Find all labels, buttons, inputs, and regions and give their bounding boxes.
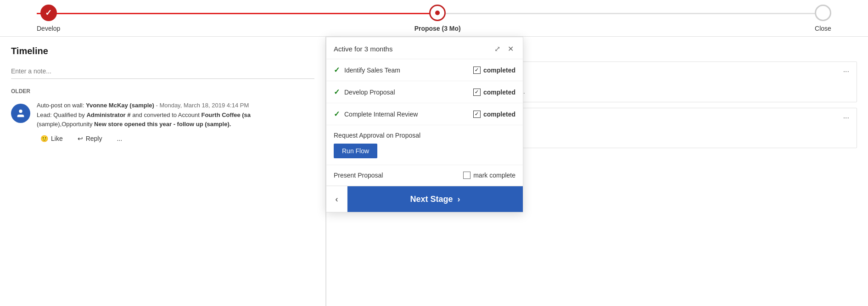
like-icon: 🙂 bbox=[40, 135, 48, 142]
stage-bar: ✓ Develop Propose (3 Mo) Close bbox=[0, 0, 868, 37]
body-mid: and converted to Account bbox=[132, 111, 200, 118]
timeline-body: Auto-post on wall: Yvonne McKay (sample)… bbox=[37, 102, 314, 144]
checklist-left-1: ✓ Develop Proposal bbox=[334, 88, 395, 96]
expand-button[interactable]: ⤢ bbox=[493, 44, 502, 54]
completed-checkbox-2[interactable]: ✓ bbox=[473, 111, 481, 118]
next-stage-label: Next Stage bbox=[410, 195, 453, 204]
popup-footer: ‹ Next Stage › bbox=[326, 186, 523, 212]
mark-complete-checkbox[interactable] bbox=[463, 172, 470, 179]
checklist-right-1: ✓ completed bbox=[473, 89, 515, 96]
next-icon: › bbox=[458, 195, 460, 204]
stage-close-circle bbox=[815, 5, 831, 21]
stage-develop-label: Develop bbox=[37, 25, 60, 32]
left-panel: Timeline OLDER Auto-post on wall: Yvonne… bbox=[0, 37, 326, 306]
stage-develop-circle: ✓ bbox=[40, 5, 57, 21]
expand-icon: ⤢ bbox=[494, 45, 500, 53]
timeline-item: Auto-post on wall: Yvonne McKay (sample)… bbox=[11, 102, 314, 144]
body-bold3: New store opened this year - follow up (… bbox=[94, 121, 231, 128]
popup-title: Active for 3 months bbox=[334, 45, 392, 53]
checklist-label-1: Develop Proposal bbox=[344, 89, 395, 96]
run-flow-title: Request Approval on Proposal bbox=[334, 132, 515, 139]
reply-icon: ↩ bbox=[78, 135, 83, 142]
check-icon-2: ✓ bbox=[334, 110, 340, 118]
completed-checkbox-1[interactable]: ✓ bbox=[473, 89, 481, 96]
main-content: Timeline OLDER Auto-post on wall: Yvonne… bbox=[0, 37, 868, 306]
close-icon: ✕ bbox=[508, 45, 514, 53]
checklist-left-0: ✓ Identify Sales Team bbox=[334, 66, 400, 74]
like-button[interactable]: 🙂 Like bbox=[37, 133, 67, 144]
timeline-actions: 🙂 Like ↩ Reply ... bbox=[37, 133, 314, 144]
completed-label-1: completed bbox=[483, 89, 515, 96]
popup-header: Active for 3 months ⤢ ✕ bbox=[326, 37, 523, 59]
close-button[interactable]: ✕ bbox=[506, 44, 515, 54]
body-bold2: Fourth Coffee (sa bbox=[201, 111, 251, 118]
run-flow-button[interactable]: Run Flow bbox=[334, 144, 377, 158]
completed-label-0: completed bbox=[483, 67, 515, 74]
stage-propose-label: Propose (3 Mo) bbox=[414, 25, 461, 32]
stage-propose[interactable]: Propose (3 Mo) bbox=[414, 5, 461, 32]
timeline-prefix: Auto-post on wall: bbox=[37, 102, 84, 109]
checklist-left-2: ✓ Complete Internal Review bbox=[334, 110, 418, 118]
completed-checkbox-0[interactable]: ✓ bbox=[473, 67, 481, 74]
popup-header-actions: ⤢ ✕ bbox=[493, 44, 515, 54]
more-icon: ... bbox=[117, 135, 122, 142]
checklist-label-2: Complete Internal Review bbox=[344, 111, 418, 118]
checklist-item-0: ✓ Identify Sales Team ✓ completed bbox=[326, 59, 523, 81]
older-label: OLDER bbox=[11, 88, 314, 95]
timeline-title: Timeline bbox=[11, 46, 314, 56]
more-button[interactable]: ... bbox=[113, 133, 126, 144]
prev-icon: ‹ bbox=[336, 195, 338, 204]
card-more-button-0[interactable]: ··· bbox=[843, 67, 849, 76]
next-stage-button[interactable]: Next Stage › bbox=[347, 186, 523, 212]
timeline-text: Lead: Qualified by Administrator # and c… bbox=[37, 111, 314, 128]
active-dot bbox=[435, 11, 440, 15]
checkmark-icon: ✓ bbox=[45, 8, 52, 18]
body-prefix: Lead: Qualified by bbox=[37, 111, 85, 118]
checklist-right-2: ✓ completed bbox=[473, 111, 515, 118]
reply-button[interactable]: ↩ Reply bbox=[74, 133, 106, 144]
stage-close-label: Close bbox=[815, 25, 831, 32]
check-icon-0: ✓ bbox=[334, 66, 340, 74]
body-suffix: (sample),Opportunity bbox=[37, 121, 92, 128]
stage-develop[interactable]: ✓ Develop bbox=[37, 5, 60, 32]
checklist-right-0: ✓ completed bbox=[473, 67, 515, 74]
stage-close[interactable]: Close bbox=[815, 5, 831, 32]
completed-label-2: completed bbox=[483, 111, 515, 118]
like-label: Like bbox=[51, 135, 63, 142]
svg-point-0 bbox=[19, 110, 22, 113]
checklist-label-0: Identify Sales Team bbox=[344, 67, 400, 74]
present-proposal-label: Present Proposal bbox=[334, 172, 383, 179]
person-icon bbox=[16, 108, 26, 118]
prev-stage-button[interactable]: ‹ bbox=[326, 186, 347, 212]
timeline-date: Monday, March 18, 2019 4:14 PM bbox=[159, 102, 249, 109]
stage-progress-line bbox=[37, 13, 436, 14]
check-icon-1: ✓ bbox=[334, 88, 340, 96]
present-proposal-right: mark complete bbox=[463, 172, 515, 179]
checklist-item-1: ✓ Develop Proposal ✓ completed bbox=[326, 81, 523, 103]
timeline-header: Auto-post on wall: Yvonne McKay (sample)… bbox=[37, 102, 314, 109]
checklist-item-2: ✓ Complete Internal Review ✓ completed bbox=[326, 103, 523, 125]
present-proposal-row: Present Proposal mark complete bbox=[326, 165, 523, 186]
run-flow-section: Request Approval on Proposal Run Flow bbox=[326, 125, 523, 165]
card-more-button-1[interactable]: ··· bbox=[843, 114, 849, 122]
timeline-author: Yvonne McKay (sample) bbox=[86, 102, 154, 109]
note-input[interactable] bbox=[11, 64, 314, 79]
reply-label: Reply bbox=[86, 135, 102, 142]
checklist: ✓ Identify Sales Team ✓ completed ✓ Deve… bbox=[326, 59, 523, 125]
stage-propose-circle bbox=[429, 5, 446, 21]
stage-popup: Active for 3 months ⤢ ✕ ✓ Identify Sales… bbox=[326, 37, 523, 212]
body-bold1: Administrator # bbox=[86, 111, 130, 118]
mark-complete-label: mark complete bbox=[473, 172, 515, 179]
avatar bbox=[11, 104, 30, 123]
